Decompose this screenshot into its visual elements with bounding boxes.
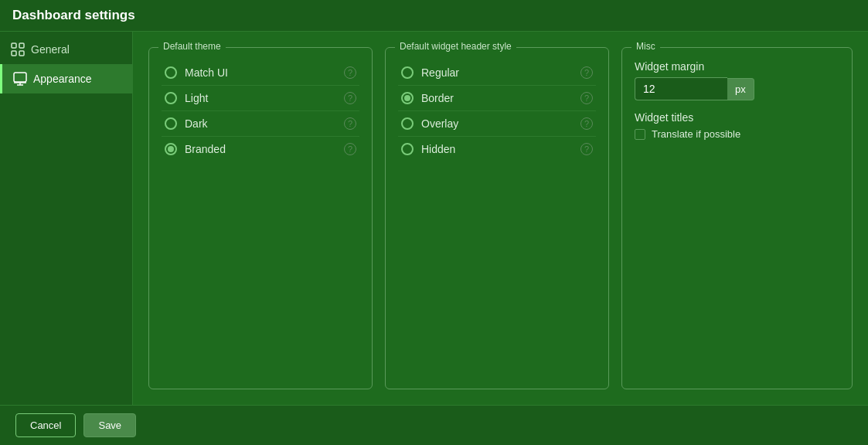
sidebar-item-general[interactable]: General: [0, 35, 132, 64]
translate-label: Translate if possible: [652, 128, 740, 140]
widget-titles-label: Widget titles: [635, 111, 839, 124]
radio-regular[interactable]: [401, 66, 414, 79]
misc-section: Widget margin px Widget titles Translate…: [635, 60, 839, 140]
info-icon-dark[interactable]: ?: [344, 117, 356, 130]
panels-row: Default theme Match UI ? Light ?: [148, 47, 853, 389]
page-title: Dashboard settings: [0, 0, 868, 32]
widget-option-overlay[interactable]: Overlay ?: [398, 111, 596, 137]
svg-rect-3: [19, 51, 24, 56]
widget-margin-section: Widget margin px: [635, 60, 839, 100]
svg-rect-2: [12, 51, 16, 56]
theme-label-light: Light: [185, 92, 208, 104]
radio-light[interactable]: [165, 92, 177, 104]
theme-option-dark[interactable]: Dark ?: [162, 111, 359, 137]
info-icon-regular[interactable]: ?: [580, 66, 593, 79]
radio-dark[interactable]: [165, 117, 177, 130]
theme-option-branded[interactable]: Branded ?: [162, 137, 359, 161]
widget-label-hidden: Hidden: [421, 143, 455, 155]
info-icon-match-ui[interactable]: ?: [344, 66, 356, 79]
grid-icon: [11, 42, 25, 56]
info-icon-overlay[interactable]: ?: [580, 117, 593, 130]
sidebar-item-appearance[interactable]: Appearance: [0, 64, 132, 93]
misc-panel-legend: Misc: [631, 41, 660, 52]
theme-label-dark: Dark: [185, 117, 208, 130]
theme-option-light[interactable]: Light ?: [162, 86, 359, 111]
theme-panel-legend: Default theme: [158, 41, 226, 52]
theme-option-match-ui[interactable]: Match UI ?: [162, 60, 359, 86]
info-icon-light[interactable]: ?: [344, 92, 356, 104]
widget-label-regular: Regular: [421, 66, 459, 79]
translate-row: Translate if possible: [635, 128, 839, 140]
widget-titles-section: Widget titles Translate if possible: [635, 111, 839, 140]
theme-label-match-ui: Match UI: [185, 66, 228, 79]
appearance-icon: [13, 72, 27, 86]
px-badge: px: [727, 78, 754, 100]
widget-panel: Default widget header style Regular ? Bo…: [385, 47, 609, 389]
widget-option-regular[interactable]: Regular ?: [398, 60, 596, 86]
info-icon-branded[interactable]: ?: [344, 143, 356, 155]
radio-branded[interactable]: [165, 143, 177, 155]
widget-option-border[interactable]: Border ?: [398, 86, 596, 111]
svg-rect-1: [19, 43, 24, 48]
save-button[interactable]: Save: [83, 413, 136, 437]
widget-label-border: Border: [421, 92, 454, 104]
svg-rect-0: [12, 43, 16, 48]
info-icon-border[interactable]: ?: [580, 92, 593, 104]
radio-match-ui[interactable]: [165, 66, 177, 79]
sidebar: General Appearance: [0, 32, 133, 405]
widget-option-hidden[interactable]: Hidden ?: [398, 137, 596, 161]
footer: Cancel Save: [0, 405, 868, 445]
radio-border[interactable]: [401, 92, 414, 104]
misc-panel: Misc Widget margin px Widget titles T: [621, 47, 853, 389]
cancel-button[interactable]: Cancel: [15, 413, 76, 437]
theme-label-branded: Branded: [185, 143, 226, 155]
radio-hidden[interactable]: [401, 143, 414, 155]
widget-margin-label: Widget margin: [635, 60, 839, 73]
widget-panel-legend: Default widget header style: [395, 41, 516, 52]
sidebar-item-appearance-label: Appearance: [33, 73, 92, 85]
widget-margin-input[interactable]: [635, 77, 727, 100]
theme-panel: Default theme Match UI ? Light ?: [148, 47, 373, 389]
content-area: Default theme Match UI ? Light ?: [133, 32, 868, 405]
sidebar-item-general-label: General: [31, 43, 70, 56]
radio-overlay[interactable]: [401, 117, 414, 130]
widget-margin-row: px: [635, 77, 839, 100]
svg-rect-4: [14, 73, 26, 82]
info-icon-hidden[interactable]: ?: [580, 143, 593, 155]
translate-checkbox[interactable]: [635, 129, 645, 140]
widget-label-overlay: Overlay: [421, 117, 458, 130]
